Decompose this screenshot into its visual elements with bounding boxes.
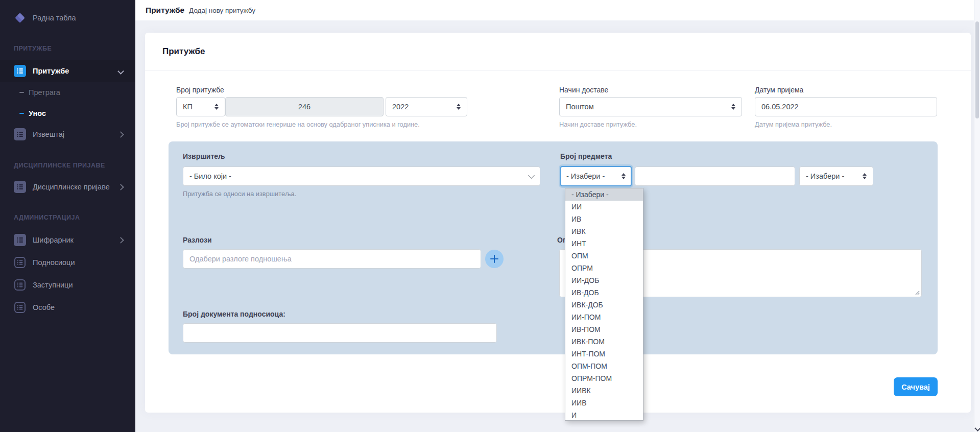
sidebar-item-sifrarnik[interactable]: Шифрарник [0, 229, 135, 251]
nacin-dostave-value: Поштом [566, 103, 727, 111]
sidebar-item-label: Подносиоци [33, 258, 75, 267]
sidebar-section-administracija: АДМИНИСТРАЦИЈА [14, 214, 80, 222]
dropdown-option[interactable]: ОПМ [565, 250, 643, 262]
scrollbar-down-arrow-icon[interactable] [974, 425, 980, 431]
broj-prituzbe-number-field: 246 [225, 97, 384, 116]
broj-dokumenta-input[interactable] [189, 329, 490, 337]
dropdown-option[interactable]: ИИ-ПОМ [565, 311, 643, 323]
sidebar-item-podnosioci[interactable]: Подносиоци [0, 251, 135, 274]
izvrsitelj-helper: Притужба се односи на извршитеља. [183, 190, 296, 198]
select-arrows-icon [863, 173, 867, 179]
sidebar-item-label: Унос [29, 109, 46, 117]
sidebar-item-radna-tabla[interactable]: Радна табла [0, 7, 135, 29]
dropdown-option[interactable]: ИВ [565, 213, 643, 225]
sidebar-item-label: Заступници [33, 281, 73, 289]
sidebar-item-label: Извештај [33, 130, 64, 138]
sidebar-item-label: Притужбе [33, 67, 69, 75]
dropdown-option[interactable]: ИНТ-ПОМ [565, 348, 643, 360]
select-arrows-icon [214, 104, 219, 110]
broj-predmeta-godina-select[interactable]: - Изабери - [799, 166, 873, 186]
list-outline-icon [14, 256, 26, 269]
razlozi-input[interactable] [189, 255, 474, 263]
broj-prituzbe-number-value: 246 [298, 103, 310, 111]
broj-predmeta-input[interactable] [641, 172, 788, 180]
dropdown-option[interactable]: ОПМ-ПОМ [565, 360, 643, 372]
sidebar-section-disciplinske-prijave: ДИСЦИПЛИНСКЕ ПРИЈАВЕ [14, 162, 105, 170]
select-arrows-icon [622, 173, 626, 179]
chevron-right-icon [117, 131, 124, 138]
broj-predmeta-upisnik-value: - Изабери - [566, 172, 617, 180]
page-title: Притужбе [146, 6, 184, 15]
broj-prituzbe-label: Број притужбе [176, 86, 224, 94]
case-details-panel: Извршитељ - Било који - Притужба се одно… [169, 141, 938, 354]
list-icon [14, 234, 26, 246]
sidebar-item-unos[interactable]: Унос [0, 102, 135, 125]
datum-prijema-input[interactable] [761, 103, 930, 111]
chevron-down-icon [528, 172, 535, 179]
prituzbe-card: Притужбе Број притужбе КП 246 2022 Број … [145, 33, 971, 413]
broj-predmeta-dropdown-list: - Изабери -ИИИВИВКИНТОПМОПРМИИ-ДОБИВ-ДОБ… [565, 188, 643, 421]
dropdown-option[interactable]: ИНТ [565, 237, 643, 250]
save-button[interactable]: Сачувај [894, 377, 938, 396]
nacin-dostave-helper: Начин доставе притужбе. [559, 121, 637, 128]
add-reason-button[interactable] [485, 250, 504, 268]
chevron-down-icon [117, 68, 124, 75]
sidebar-item-osobe[interactable]: Особе [0, 296, 135, 319]
sidebar-item-disciplinske-prijave[interactable]: Дисциплинске пријаве [0, 176, 135, 198]
topbar: Притужбе Додај нову притужбу [135, 0, 974, 20]
upisnik-select[interactable]: КП [176, 97, 225, 116]
dropdown-option[interactable]: ОПРМ [565, 262, 643, 274]
list-icon [14, 181, 26, 193]
sidebar-item-label: Претрага [29, 88, 60, 97]
nacin-dostave-select[interactable]: Поштом [559, 97, 742, 116]
sidebar: Радна таблаПРИТУЖБЕПритужбеПретрагаУносИ… [0, 0, 135, 432]
card-title: Притужбе [162, 46, 205, 57]
godina-select-value: 2022 [392, 103, 452, 111]
datum-prijema-helper: Датум пријема притужбе. [755, 121, 832, 128]
razlozi-input-wrap [183, 249, 481, 269]
dropdown-option[interactable]: ОПРМ-ПОМ [565, 372, 643, 385]
izvrsitelj-select[interactable]: - Било који - [183, 166, 540, 186]
izvrsitelj-label: Извршитељ [183, 152, 225, 160]
dropdown-option[interactable]: ИВК-ДОБ [565, 299, 643, 311]
datum-prijema-input-wrap [755, 97, 937, 116]
list-icon [14, 65, 26, 77]
nacin-dostave-label: Начин доставе [559, 86, 608, 94]
page-subtitle: Додај нову притужбу [189, 7, 255, 14]
dash-bullet-icon [19, 92, 24, 93]
chevron-right-icon [117, 237, 124, 244]
sidebar-item-zastupnici[interactable]: Заступници [0, 274, 135, 296]
izvrsitelj-value: - Било који - [189, 172, 525, 180]
dropdown-option[interactable]: ИВК [565, 225, 643, 237]
razlozi-label: Разлози [183, 236, 212, 244]
dropdown-option[interactable]: ИВК-ПОМ [565, 335, 643, 348]
dashboard-diamond-icon [14, 12, 26, 24]
dropdown-option[interactable]: ИИВ [565, 397, 643, 409]
resize-grip-icon [914, 290, 920, 295]
card-header: Притужбе [145, 33, 971, 70]
vertical-scrollbar[interactable] [974, 0, 980, 432]
sidebar-item-pretraga[interactable]: Претрага [0, 81, 135, 104]
list-outline-icon [14, 279, 26, 291]
dropdown-option[interactable]: ИИВК [565, 385, 643, 397]
sidebar-item-label: Дисциплинске пријаве [33, 183, 110, 191]
broj-predmeta-upisnik-select[interactable]: - Изабери - [560, 166, 632, 186]
sidebar-item-prituzbe[interactable]: Притужбе [0, 60, 135, 82]
dropdown-option[interactable]: - Изабери - [565, 188, 643, 201]
dropdown-option[interactable]: ИВ-ПОМ [565, 323, 643, 335]
broj-prituzbe-helper: Број притужбе се аутоматски генерише на … [176, 121, 420, 128]
dropdown-option[interactable]: И [565, 409, 643, 421]
broj-dokumenta-input-wrap [183, 323, 497, 343]
broj-predmeta-godina-value: - Изабери - [806, 172, 858, 180]
sidebar-section-prituzbe: ПРИТУЖБЕ [14, 45, 52, 53]
broj-predmeta-input-wrap [635, 166, 795, 186]
sidebar-item-label: Особе [33, 303, 55, 311]
dropdown-option[interactable]: ИИ [565, 201, 643, 213]
scrollbar-thumb[interactable] [975, 21, 979, 118]
list-outline-icon [14, 301, 26, 314]
dropdown-option[interactable]: ИИ-ДОБ [565, 274, 643, 286]
sidebar-item-izvestaj[interactable]: Извештај [0, 123, 135, 146]
sidebar-item-label: Шифрарник [33, 236, 74, 244]
dropdown-option[interactable]: ИВ-ДОБ [565, 286, 643, 299]
godina-select[interactable]: 2022 [386, 97, 467, 116]
